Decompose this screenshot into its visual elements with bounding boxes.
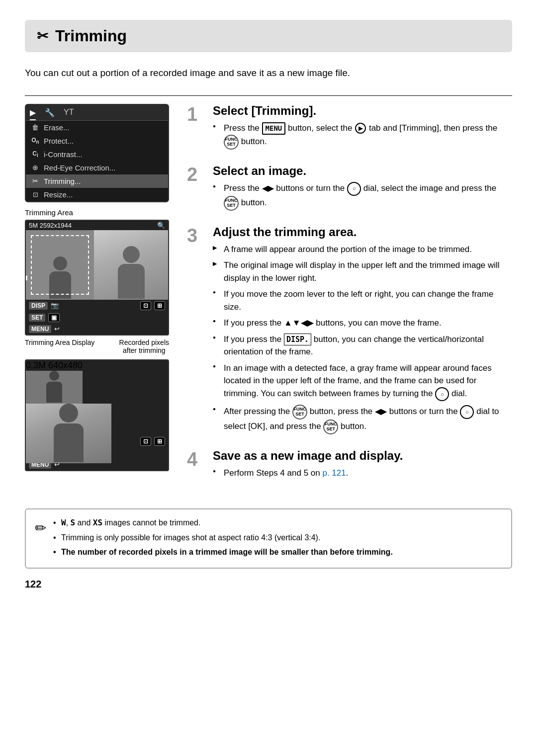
note-content: W, S and XS images cannot be trimmed. Tr… — [53, 516, 393, 561]
menu-item-erase-label: Erase... — [44, 123, 70, 132]
menu-item-erase: 🗑 Erase... — [26, 121, 168, 134]
screen-images-2 — [26, 371, 168, 435]
protect-icon: On — [31, 137, 40, 145]
step-3-title: Adjust the trimming area. — [213, 225, 512, 239]
ctrl-box-2: ⊡ — [140, 437, 151, 446]
screen-images-1: ◀ — [26, 230, 168, 300]
step-3-bullet-5: If you press the DISP. button, you can c… — [213, 333, 512, 358]
step-2-body: Press the ◀▶ buttons or turn the ○ dial,… — [213, 182, 512, 211]
disp-ctrl: DISP — [29, 302, 48, 310]
page-ref-link[interactable]: p. 121 — [322, 468, 346, 478]
menu-button-label: MENU — [262, 122, 286, 135]
redeye-icon: ⊕ — [31, 164, 40, 171]
erase-icon: 🗑 — [31, 123, 40, 131]
play-tab-icon: ▶ — [355, 123, 366, 134]
divider — [25, 95, 512, 96]
func-button-4: FUNCSET — [323, 420, 338, 434]
subdiagram-label-text-2: Recorded pixels — [119, 338, 169, 346]
set-ctrl: SET — [29, 314, 45, 322]
func-button-1: FUNCSET — [224, 135, 239, 150]
step-2-number: 2 — [187, 164, 206, 214]
zoom-icon: 🔍 — [157, 222, 165, 229]
screen-info-1: 5M 2592x1944 🔍 — [26, 221, 168, 230]
menu-item-resize: ⊡ Resize... — [26, 188, 168, 201]
func-button-3: FUNCSET — [292, 405, 307, 420]
step-1-body: Press the MENU button, select the ▶ tab … — [213, 122, 512, 150]
menu-item-trimming-label: Trimming... — [44, 177, 81, 185]
step-3-content: Adjust the trimming area. A frame will a… — [213, 225, 512, 438]
person-body-2 — [118, 264, 145, 299]
photo-large-right — [26, 404, 111, 463]
ctrl-icon-grid: ⊞ — [154, 301, 165, 310]
tab-settings: 🔧 — [45, 108, 55, 120]
menu-item-protect-label: Protect... — [44, 137, 74, 145]
dial-icon-2: ○ — [435, 387, 449, 401]
camera-menu: ▶ 🔧 YT 🗑 Erase... On Protect... Ci i-Con… — [25, 104, 169, 202]
right-column: 1 Select [Trimming]. Press the MENU butt… — [187, 104, 512, 494]
menu-item-redeye: ⊕ Red-Eye Correction... — [26, 161, 168, 174]
step-1-number: 1 — [187, 104, 206, 153]
xs-label: XS — [93, 518, 102, 527]
large-body-2 — [54, 423, 84, 462]
screen-img-right-2 — [26, 404, 111, 463]
photo-placeholder-right — [94, 230, 168, 300]
step-3-number: 3 — [187, 225, 206, 438]
tab-yt: YT — [64, 108, 74, 120]
side-arrow-left: ◀ — [25, 273, 27, 281]
disp-button-label: DISP. — [284, 334, 311, 346]
step-2-title: Select an image. — [213, 164, 512, 178]
ctrl-icon-camera: 📷 — [51, 302, 59, 309]
step-4: 4 Save as a new image and display. Perfo… — [187, 449, 512, 483]
note-pencil-icon: ✏ — [35, 517, 46, 561]
step-3-bullet-7: After pressing the FUNCSET button, press… — [213, 405, 512, 434]
screen-controls-row-3: MENU ↩ — [26, 324, 168, 335]
back-arrow: ↩ — [54, 325, 60, 333]
s-label: S — [71, 518, 76, 527]
page-title-bar: ✂ Trimming — [25, 20, 512, 52]
menu-item-icontrast: Ci i-Contrast... — [26, 148, 168, 161]
step-3-bullet-4: If you press the ▲▼◀▶ buttons, you can m… — [213, 317, 512, 330]
subdiagram-labels: Trimming Area Display Recorded pixels af… — [25, 338, 169, 354]
pixel-info-2: 0.3M 640x480 — [26, 360, 83, 370]
trim-frame — [31, 235, 89, 295]
large-head-2 — [59, 404, 78, 422]
menu-tabs: ▶ 🔧 YT — [26, 105, 168, 121]
step-4-content: Save as a new image and display. Perform… — [213, 449, 512, 483]
menu-item-redeye-label: Red-Eye Correction... — [44, 164, 115, 172]
left-column: ▶ 🔧 YT 🗑 Erase... On Protect... Ci i-Con… — [25, 104, 169, 494]
dial-icon-1: ○ — [347, 182, 361, 196]
note-item-1: W, S and XS images cannot be trimmed. — [53, 516, 393, 529]
icontrast-icon: Ci — [31, 150, 40, 158]
subdiagram-label-1: Trimming Area Display — [25, 338, 94, 346]
note-item-2: Trimming is only possible for images sho… — [53, 531, 393, 544]
step-1-bullet-1: Press the MENU button, select the ▶ tab … — [213, 122, 512, 150]
step-3-body: A frame will appear around the portion o… — [213, 243, 512, 434]
screen-controls-row-2: SET ▣ — [26, 312, 168, 324]
step-1-content: Select [Trimming]. Press the MENU button… — [213, 104, 512, 153]
note-box: ✏ W, S and XS images cannot be trimmed. … — [25, 508, 512, 569]
menu-item-trimming: ✂ Trimming... — [26, 174, 168, 188]
trimming-menu-icon: ✂ — [31, 177, 40, 185]
step-2-content: Select an image. Press the ◀▶ buttons or… — [213, 164, 512, 214]
screen-info-2: 0.3M 640x480 — [26, 360, 168, 371]
trimming-area-text: Trimming Area — [25, 208, 73, 217]
func-button-2: FUNCSET — [224, 196, 239, 211]
step-1: 1 Select [Trimming]. Press the MENU butt… — [187, 104, 512, 153]
page-number: 122 — [25, 579, 512, 590]
step-3-bullet-2: The original image will display in the u… — [213, 259, 512, 284]
step-3: 3 Adjust the trimming area. A frame will… — [187, 225, 512, 438]
camera-screen-2: 0.3M 640x480 DISP 📷 — [25, 359, 169, 471]
menu-item-protect: On Protect... — [26, 134, 168, 148]
trimming-area-label: Trimming Area — [25, 208, 169, 217]
set-icon: ▣ — [48, 313, 60, 322]
step-3-bullet-1: A frame will appear around the portion o… — [213, 243, 512, 256]
screen-img-lower-right — [94, 230, 168, 300]
note-item-3: The number of recorded pixels in a trimm… — [53, 546, 393, 559]
step-4-title: Save as a new image and display. — [213, 449, 512, 463]
subdiagram-label-2: Recorded pixels after trimming — [119, 338, 169, 354]
ctrl-grid-2: ⊞ — [154, 437, 165, 446]
lr-arrow-icon: ◀▶ — [262, 184, 274, 192]
resize-icon: ⊡ — [31, 191, 40, 198]
person-head-2 — [123, 246, 140, 263]
dial-icon-3: ○ — [460, 405, 474, 419]
